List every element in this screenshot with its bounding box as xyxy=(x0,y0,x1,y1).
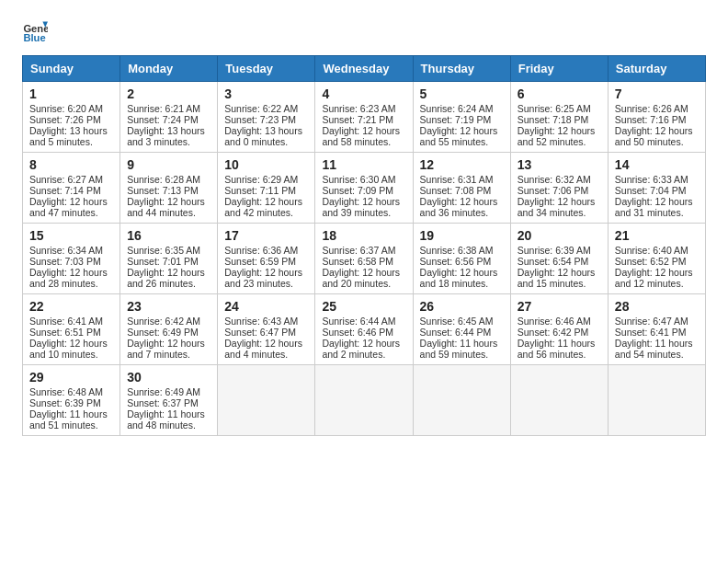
sunset-label: Sunset: 6:41 PM xyxy=(615,327,687,338)
calendar-cell xyxy=(218,365,315,436)
calendar-cell: 9 Sunrise: 6:28 AM Sunset: 7:13 PM Dayli… xyxy=(120,153,218,224)
calendar-cell: 25 Sunrise: 6:44 AM Sunset: 6:46 PM Dayl… xyxy=(315,294,413,365)
sunrise-label: Sunrise: 6:37 AM xyxy=(322,245,395,256)
day-number: 11 xyxy=(322,157,405,172)
calendar-week-1: 1 Sunrise: 6:20 AM Sunset: 7:26 PM Dayli… xyxy=(23,82,706,153)
sunset-label: Sunset: 7:23 PM xyxy=(224,114,296,125)
sunrise-label: Sunrise: 6:34 AM xyxy=(29,245,103,256)
logo: General Blue xyxy=(22,18,51,44)
calendar-cell: 21 Sunrise: 6:40 AM Sunset: 6:52 PM Dayl… xyxy=(608,224,705,294)
day-number: 15 xyxy=(29,228,113,243)
daylight-label: Daylight: 12 hours and 4 minutes. xyxy=(224,338,302,360)
daylight-label: Daylight: 12 hours and 2 minutes. xyxy=(322,338,400,360)
calendar-cell: 26 Sunrise: 6:45 AM Sunset: 6:44 PM Dayl… xyxy=(413,294,510,365)
daylight-label: Daylight: 12 hours and 55 minutes. xyxy=(420,125,498,147)
sunset-label: Sunset: 7:04 PM xyxy=(615,185,687,196)
sunrise-label: Sunrise: 6:48 AM xyxy=(29,386,103,397)
calendar-cell: 18 Sunrise: 6:37 AM Sunset: 6:58 PM Dayl… xyxy=(315,224,413,294)
day-number: 8 xyxy=(29,157,113,172)
day-number: 7 xyxy=(615,86,699,101)
calendar-cell: 8 Sunrise: 6:27 AM Sunset: 7:14 PM Dayli… xyxy=(23,153,120,224)
sunset-label: Sunset: 6:56 PM xyxy=(420,256,492,267)
day-number: 22 xyxy=(29,299,113,314)
daylight-label: Daylight: 13 hours and 0 minutes. xyxy=(224,125,302,147)
daylight-label: Daylight: 12 hours and 15 minutes. xyxy=(518,267,596,289)
daylight-label: Daylight: 12 hours and 42 minutes. xyxy=(224,196,302,218)
calendar-cell: 10 Sunrise: 6:29 AM Sunset: 7:11 PM Dayl… xyxy=(218,153,315,224)
sunset-label: Sunset: 7:14 PM xyxy=(29,185,101,196)
day-number: 23 xyxy=(127,299,210,314)
sunset-label: Sunset: 6:49 PM xyxy=(127,327,199,338)
day-number: 4 xyxy=(322,86,405,101)
day-number: 14 xyxy=(615,157,699,172)
calendar-cell: 11 Sunrise: 6:30 AM Sunset: 7:09 PM Dayl… xyxy=(315,153,413,224)
daylight-label: Daylight: 13 hours and 5 minutes. xyxy=(29,125,108,147)
day-number: 6 xyxy=(518,86,601,101)
daylight-label: Daylight: 11 hours and 56 minutes. xyxy=(518,338,596,360)
day-number: 13 xyxy=(518,157,601,172)
daylight-label: Daylight: 12 hours and 20 minutes. xyxy=(322,267,400,289)
sunset-label: Sunset: 7:21 PM xyxy=(322,114,393,125)
daylight-label: Daylight: 12 hours and 28 minutes. xyxy=(29,267,108,289)
sunset-label: Sunset: 6:54 PM xyxy=(518,256,589,267)
daylight-label: Daylight: 12 hours and 44 minutes. xyxy=(127,196,205,218)
calendar-cell: 12 Sunrise: 6:31 AM Sunset: 7:08 PM Dayl… xyxy=(413,153,510,224)
sunset-label: Sunset: 6:52 PM xyxy=(615,256,687,267)
day-header-monday: Monday xyxy=(120,56,218,82)
daylight-label: Daylight: 11 hours and 54 minutes. xyxy=(615,338,693,360)
sunrise-label: Sunrise: 6:45 AM xyxy=(420,316,494,327)
calendar-cell: 22 Sunrise: 6:41 AM Sunset: 6:51 PM Dayl… xyxy=(23,294,120,365)
daylight-label: Daylight: 12 hours and 34 minutes. xyxy=(518,196,596,218)
day-number: 2 xyxy=(127,86,210,101)
day-number: 25 xyxy=(322,299,405,314)
sunset-label: Sunset: 6:46 PM xyxy=(322,327,393,338)
calendar-cell: 23 Sunrise: 6:42 AM Sunset: 6:49 PM Dayl… xyxy=(120,294,218,365)
daylight-label: Daylight: 12 hours and 26 minutes. xyxy=(127,267,205,289)
sunrise-label: Sunrise: 6:23 AM xyxy=(322,103,395,114)
day-number: 5 xyxy=(420,86,504,101)
sunrise-label: Sunrise: 6:49 AM xyxy=(127,386,200,397)
sunset-label: Sunset: 7:06 PM xyxy=(518,185,589,196)
sunset-label: Sunset: 7:26 PM xyxy=(29,114,101,125)
page-header: General Blue xyxy=(22,18,706,44)
calendar-cell: 24 Sunrise: 6:43 AM Sunset: 6:47 PM Dayl… xyxy=(218,294,315,365)
calendar: SundayMondayTuesdayWednesdayThursdayFrid… xyxy=(22,55,706,436)
sunset-label: Sunset: 7:08 PM xyxy=(420,185,492,196)
day-number: 21 xyxy=(615,228,699,243)
sunset-label: Sunset: 6:37 PM xyxy=(127,397,199,408)
sunrise-label: Sunrise: 6:20 AM xyxy=(29,103,103,114)
daylight-label: Daylight: 12 hours and 58 minutes. xyxy=(322,125,400,147)
sunrise-label: Sunrise: 6:27 AM xyxy=(29,174,103,185)
sunrise-label: Sunrise: 6:33 AM xyxy=(615,174,688,185)
daylight-label: Daylight: 12 hours and 12 minutes. xyxy=(615,267,693,289)
daylight-label: Daylight: 13 hours and 3 minutes. xyxy=(127,125,205,147)
sunrise-label: Sunrise: 6:28 AM xyxy=(127,174,200,185)
sunrise-label: Sunrise: 6:46 AM xyxy=(518,316,591,327)
sunrise-label: Sunrise: 6:42 AM xyxy=(127,316,200,327)
day-number: 20 xyxy=(518,228,601,243)
sunrise-label: Sunrise: 6:29 AM xyxy=(224,174,298,185)
calendar-cell: 29 Sunrise: 6:48 AM Sunset: 6:39 PM Dayl… xyxy=(23,365,120,436)
calendar-cell xyxy=(608,365,705,436)
daylight-label: Daylight: 12 hours and 7 minutes. xyxy=(127,338,205,360)
sunrise-label: Sunrise: 6:26 AM xyxy=(615,103,688,114)
day-header-saturday: Saturday xyxy=(608,56,705,82)
sunset-label: Sunset: 7:03 PM xyxy=(29,256,101,267)
day-number: 18 xyxy=(322,228,405,243)
day-number: 3 xyxy=(224,86,308,101)
sunset-label: Sunset: 6:58 PM xyxy=(322,256,393,267)
calendar-cell: 2 Sunrise: 6:21 AM Sunset: 7:24 PM Dayli… xyxy=(120,82,218,153)
calendar-cell xyxy=(510,365,608,436)
sunrise-label: Sunrise: 6:31 AM xyxy=(420,174,494,185)
calendar-cell xyxy=(413,365,510,436)
daylight-label: Daylight: 12 hours and 39 minutes. xyxy=(322,196,400,218)
sunset-label: Sunset: 6:47 PM xyxy=(224,327,296,338)
calendar-week-4: 22 Sunrise: 6:41 AM Sunset: 6:51 PM Dayl… xyxy=(23,294,706,365)
calendar-cell: 20 Sunrise: 6:39 AM Sunset: 6:54 PM Dayl… xyxy=(510,224,608,294)
svg-text:Blue: Blue xyxy=(23,32,45,43)
calendar-cell: 27 Sunrise: 6:46 AM Sunset: 6:42 PM Dayl… xyxy=(510,294,608,365)
sunset-label: Sunset: 7:01 PM xyxy=(127,256,199,267)
sunrise-label: Sunrise: 6:41 AM xyxy=(29,316,103,327)
calendar-cell: 19 Sunrise: 6:38 AM Sunset: 6:56 PM Dayl… xyxy=(413,224,510,294)
day-number: 28 xyxy=(615,299,699,314)
